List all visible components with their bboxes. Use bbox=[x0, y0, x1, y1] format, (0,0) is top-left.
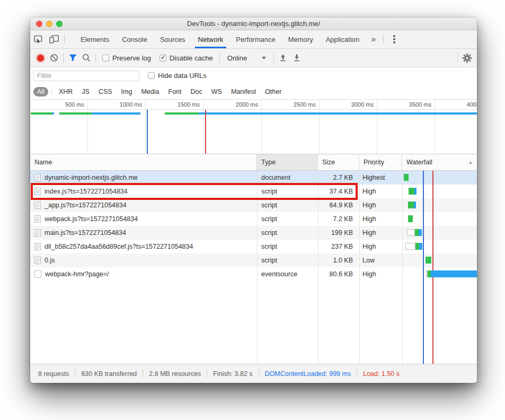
import-har-icon[interactable] bbox=[276, 50, 290, 65]
table-row[interactable]: _app.js?ts=1572271054834script64.9 KBHig… bbox=[30, 198, 477, 212]
filter-chip-media[interactable]: Media bbox=[137, 87, 163, 97]
checkbox-unchecked[interactable] bbox=[148, 72, 155, 79]
status-transferred: 630 KB transferred bbox=[75, 370, 143, 378]
checkbox-checked[interactable] bbox=[160, 55, 166, 62]
settings-gear-icon[interactable] bbox=[460, 50, 474, 65]
table-row[interactable]: webpack-hmr?page=/eventsource80.6 KBHigh bbox=[30, 267, 477, 281]
table-row[interactable]: main.js?ts=1572271054834script199 KBHigh bbox=[30, 226, 477, 240]
inspect-element-icon[interactable] bbox=[30, 30, 46, 48]
table-header: NameTypeSizePriorityWaterfall▲ bbox=[30, 154, 477, 171]
status-finish-time: Finish: 3.82 s bbox=[207, 370, 258, 378]
filter-chip-css[interactable]: CSS bbox=[95, 87, 116, 97]
tab-network[interactable]: Network bbox=[192, 30, 230, 48]
filter-chip-doc[interactable]: Doc bbox=[187, 87, 206, 97]
priority-cell: High bbox=[359, 240, 402, 253]
filter-chip-js[interactable]: JS bbox=[78, 87, 93, 97]
timeline-overview[interactable]: 500 ms1000 ms1500 ms2000 ms2500 ms3000 m… bbox=[30, 100, 477, 154]
waterfall-download-bar bbox=[431, 270, 477, 277]
waterfall-stalled-bar bbox=[405, 243, 415, 250]
name-cell: 0.js bbox=[30, 253, 257, 267]
overview-waiting-bar bbox=[165, 112, 199, 115]
filter-chip-xhr[interactable]: XHR bbox=[55, 87, 76, 97]
domcontentloaded-line bbox=[147, 110, 148, 154]
waterfall-waiting-bar bbox=[404, 174, 409, 181]
overview-gridline bbox=[377, 100, 377, 154]
filter-chip-ws[interactable]: WS bbox=[208, 87, 226, 97]
column-header-waterfall[interactable]: Waterfall▲ bbox=[402, 154, 477, 170]
overview-tick-label: 2000 ms bbox=[222, 101, 258, 108]
name-cell: _app.js?ts=1572271054834 bbox=[30, 198, 257, 212]
overview-download-bar bbox=[92, 112, 140, 115]
waterfall-download-bar bbox=[414, 202, 416, 208]
document-icon bbox=[34, 215, 41, 223]
tab-console[interactable]: Console bbox=[116, 30, 154, 48]
priority-cell: Highest bbox=[359, 171, 402, 185]
search-icon[interactable] bbox=[79, 50, 93, 65]
preserve-log-checkbox[interactable]: Preserve log bbox=[102, 54, 151, 62]
overview-tick-label: 2500 ms bbox=[279, 101, 316, 108]
device-toolbar-icon[interactable] bbox=[46, 30, 62, 48]
more-panels-button[interactable]: » bbox=[366, 34, 381, 44]
divider bbox=[51, 88, 52, 95]
table-row[interactable]: webpack.js?ts=1572271054834script7.2 KBH… bbox=[30, 212, 477, 226]
waterfall-cell bbox=[402, 185, 477, 198]
waterfall-download-bar bbox=[419, 229, 422, 236]
devtools-window: DevTools - dynamic-import-nextjs.glitch.… bbox=[30, 18, 477, 383]
type-cell: script bbox=[257, 240, 318, 253]
waterfall-waiting-bar bbox=[426, 257, 431, 264]
overview-ruler-border bbox=[30, 109, 477, 110]
type-cell: script bbox=[257, 226, 318, 240]
record-button[interactable] bbox=[33, 50, 47, 65]
column-header-size[interactable]: Size bbox=[318, 154, 359, 170]
divider bbox=[64, 34, 65, 44]
size-cell: 7.2 KB bbox=[318, 212, 359, 226]
tab-sources[interactable]: Sources bbox=[154, 30, 192, 48]
overview-tick-label: 3000 ms bbox=[337, 101, 374, 108]
size-cell: 37.4 KB bbox=[318, 185, 359, 198]
table-row[interactable]: 0.jsscript1.0 KBLow bbox=[30, 253, 477, 267]
export-har-icon[interactable] bbox=[290, 50, 304, 65]
filter-input[interactable] bbox=[33, 71, 139, 81]
name-cell: dll_b58c257da4aa56d89cef.js?ts=157227105… bbox=[30, 240, 257, 253]
devtools-tabbar: ElementsConsoleSourcesNetworkPerformance… bbox=[30, 30, 477, 49]
tab-performance[interactable]: Performance bbox=[229, 30, 281, 48]
filter-chip-other[interactable]: Other bbox=[261, 87, 285, 97]
filter-icon[interactable] bbox=[66, 50, 79, 65]
status-load-time: Load: 1.50 s bbox=[357, 370, 405, 378]
divider bbox=[219, 53, 220, 63]
hide-data-urls-checkbox[interactable]: Hide data URLs bbox=[148, 72, 207, 80]
overview-download-bar bbox=[199, 112, 477, 115]
column-header-priority[interactable]: Priority bbox=[359, 154, 402, 170]
filter-chip-img[interactable]: Img bbox=[118, 87, 136, 97]
divider bbox=[273, 53, 274, 63]
type-cell: script bbox=[257, 253, 318, 267]
column-header-name[interactable]: Name bbox=[30, 154, 257, 170]
tab-memory[interactable]: Memory bbox=[282, 30, 320, 48]
divider bbox=[383, 34, 384, 44]
throttling-dropdown[interactable]: Online bbox=[222, 54, 272, 62]
divider bbox=[95, 53, 96, 63]
table-row[interactable]: dynamic-import-nextjs.glitch.medocument2… bbox=[30, 171, 477, 185]
waterfall-waiting-bar bbox=[408, 215, 413, 222]
clear-icon[interactable] bbox=[47, 50, 61, 65]
overview-tick-label: 500 ms bbox=[48, 101, 84, 108]
table-row[interactable]: dll_b58c257da4aa56d89cef.js?ts=157227105… bbox=[30, 240, 477, 253]
waterfall-cell bbox=[402, 240, 477, 253]
tab-elements[interactable]: Elements bbox=[74, 30, 116, 48]
filter-chip-all[interactable]: All bbox=[33, 87, 48, 97]
filter-chip-font[interactable]: Font bbox=[165, 87, 185, 97]
type-cell: document bbox=[257, 171, 318, 185]
table-row[interactable]: index.js?ts=1572271054834script37.4 KBHi… bbox=[30, 185, 477, 198]
name-cell: webpack-hmr?page=/ bbox=[30, 267, 257, 281]
column-border bbox=[257, 171, 258, 364]
document-icon bbox=[34, 257, 41, 264]
name-cell: dynamic-import-nextjs.glitch.me bbox=[30, 171, 257, 185]
disable-cache-checkbox[interactable]: Disable cache bbox=[160, 54, 213, 62]
checkbox-unchecked[interactable] bbox=[102, 55, 109, 62]
status-domcontentloaded: DOMContentLoaded: 999 ms bbox=[259, 370, 357, 378]
main-menu-icon[interactable] bbox=[387, 35, 402, 43]
tab-application[interactable]: Application bbox=[320, 30, 366, 48]
filter-chip-manifest[interactable]: Manifest bbox=[227, 87, 260, 97]
waterfall-cell bbox=[402, 253, 477, 267]
column-header-type[interactable]: Type bbox=[257, 154, 318, 170]
